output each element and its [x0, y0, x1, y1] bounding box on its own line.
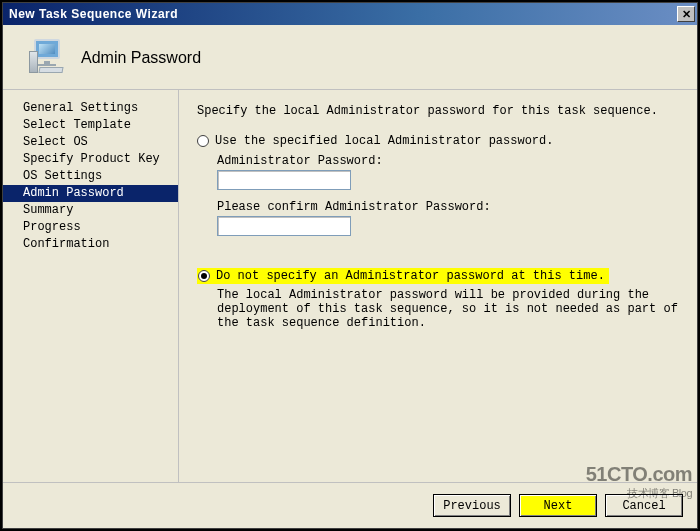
option-no-password[interactable]: Do not specify an Administrator password…	[197, 268, 679, 284]
sidebar-item-general-settings[interactable]: General Settings	[3, 100, 178, 117]
option-label: Do not specify an Administrator password…	[216, 269, 605, 283]
confirm-password-input[interactable]	[217, 216, 351, 236]
sidebar-item-progress[interactable]: Progress	[3, 219, 178, 236]
wizard-content: Specify the local Administrator password…	[179, 90, 697, 482]
sidebar-item-os-settings[interactable]: OS Settings	[3, 168, 178, 185]
wizard-sidebar: General Settings Select Template Select …	[3, 90, 179, 482]
sidebar-item-label: Select Template	[23, 118, 131, 132]
button-label: Next	[544, 499, 573, 513]
window-title: New Task Sequence Wizard	[9, 7, 677, 21]
sidebar-item-label: OS Settings	[23, 169, 102, 183]
button-label: Cancel	[622, 499, 665, 513]
sidebar-item-label: Select OS	[23, 135, 88, 149]
radio-icon	[197, 135, 209, 147]
sidebar-item-select-os[interactable]: Select OS	[3, 134, 178, 151]
sidebar-item-label: Confirmation	[23, 237, 109, 251]
title-bar: New Task Sequence Wizard ✕	[3, 3, 697, 25]
wizard-header: Admin Password	[3, 25, 697, 90]
sidebar-item-label: Progress	[23, 220, 81, 234]
sidebar-item-label: Specify Product Key	[23, 152, 160, 166]
sidebar-item-label: Summary	[23, 203, 73, 217]
wizard-window: New Task Sequence Wizard ✕ Admin Passwor…	[2, 2, 698, 529]
close-icon: ✕	[682, 9, 691, 20]
sidebar-item-admin-password[interactable]: Admin Password	[3, 185, 178, 202]
page-heading: Admin Password	[81, 49, 201, 67]
next-button[interactable]: Next	[519, 494, 597, 517]
admin-password-label: Administrator Password:	[217, 154, 679, 168]
wizard-footer: Previous Next Cancel	[3, 482, 697, 528]
sidebar-item-select-template[interactable]: Select Template	[3, 117, 178, 134]
confirm-password-label: Please confirm Administrator Password:	[217, 200, 679, 214]
instruction-text: Specify the local Administrator password…	[197, 104, 679, 118]
previous-button[interactable]: Previous	[433, 494, 511, 517]
radio-icon	[198, 270, 210, 282]
button-label: Previous	[443, 499, 501, 513]
password-fields: Administrator Password: Please confirm A…	[217, 154, 679, 236]
sidebar-item-confirmation[interactable]: Confirmation	[3, 236, 178, 253]
admin-password-input[interactable]	[217, 170, 351, 190]
cancel-button[interactable]: Cancel	[605, 494, 683, 517]
sidebar-item-specify-product-key[interactable]: Specify Product Key	[3, 151, 178, 168]
sidebar-item-summary[interactable]: Summary	[3, 202, 178, 219]
option-specify-password[interactable]: Use the specified local Administrator pa…	[197, 134, 679, 148]
computer-icon	[25, 39, 71, 77]
option-explanation: The local Administrator password will be…	[217, 288, 679, 330]
wizard-body: General Settings Select Template Select …	[3, 90, 697, 482]
sidebar-item-label: Admin Password	[23, 186, 124, 200]
option-label: Use the specified local Administrator pa…	[215, 134, 553, 148]
sidebar-item-label: General Settings	[23, 101, 138, 115]
close-button[interactable]: ✕	[677, 6, 695, 22]
